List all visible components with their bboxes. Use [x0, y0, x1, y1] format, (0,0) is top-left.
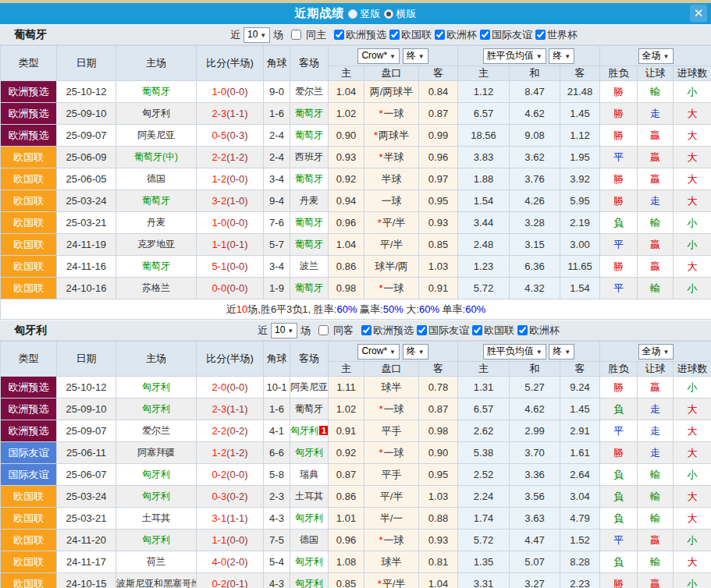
- corner-cell: 1-9: [264, 278, 290, 299]
- odds-stage-select[interactable]: 终▼: [403, 344, 428, 360]
- handicap-cell: *平/半: [364, 573, 419, 588]
- halftime-score: (1-1): [226, 512, 247, 524]
- col-header-date: 日期: [57, 342, 116, 377]
- competition-checkbox[interactable]: 世界杯: [535, 29, 578, 41]
- away-odds-cell: 0.87: [419, 398, 458, 420]
- fulltime-group-header: 全场▼: [600, 46, 711, 66]
- away-team-name: 匈牙利: [295, 447, 323, 458]
- fulltime-select[interactable]: 全场▼: [638, 48, 674, 64]
- match-date-cell: 25-06-09: [57, 147, 116, 168]
- same-venue-checkbox-input[interactable]: [291, 30, 301, 40]
- home-odds-cell: 0.94: [329, 190, 364, 212]
- avg-lose-cell: 1.45: [560, 103, 600, 125]
- handicap-cell: 半球: [364, 168, 419, 190]
- competition-checkbox[interactable]: 欧洲预选: [334, 29, 386, 41]
- team-title: 葡萄牙: [14, 28, 47, 42]
- competition-checkbox-input[interactable]: [517, 325, 528, 335]
- competition-checkbox-input[interactable]: [334, 30, 344, 40]
- goals-result-cell: 小: [674, 573, 711, 588]
- same-venue-checkbox[interactable]: 同主: [291, 28, 326, 42]
- home-odds-cell: 1.02: [329, 103, 364, 125]
- avg-lose-cell: 3.04: [560, 486, 600, 508]
- match-row: 欧洲预选25-09-07阿美尼亚0-5(0-3)2-4葡萄牙0.90*两球半0.…: [1, 125, 711, 147]
- same-venue-checkbox-input[interactable]: [318, 325, 329, 335]
- competition-checkbox-input[interactable]: [480, 30, 490, 40]
- subcol-avg-win: 主: [458, 362, 510, 377]
- avg-win-cell: 1.88: [458, 168, 510, 190]
- avg-select[interactable]: 胜平负均值▼: [483, 48, 546, 64]
- away-team-cell: 丹麦: [290, 190, 329, 212]
- subcol-home-odds: 主: [329, 66, 364, 81]
- same-venue-checkbox[interactable]: 同客: [318, 324, 354, 338]
- avg-stage-select[interactable]: 终▼: [549, 48, 574, 64]
- handicap-result-cell: 輸: [638, 486, 674, 508]
- corner-cell: 3-4: [264, 168, 290, 190]
- handicap-result-cell: 輸: [638, 508, 674, 530]
- chevron-down-icon: ▼: [389, 349, 396, 356]
- close-button[interactable]: ✕: [690, 5, 707, 22]
- home-team-cell: 德国: [116, 168, 197, 190]
- competition-checkbox[interactable]: 欧洲杯: [517, 324, 560, 336]
- score-cell: 5-1(0-0): [197, 256, 264, 278]
- avg-lose-cell: 1.52: [560, 530, 600, 551]
- competition-checkbox-input[interactable]: [389, 30, 400, 40]
- competition-checkbox[interactable]: 欧洲预选: [361, 324, 414, 336]
- handicap-cell: *一球: [364, 442, 419, 464]
- goals-result-cell: 小: [674, 530, 711, 551]
- result-cell: 負: [600, 398, 638, 420]
- away-team-cell: 匈牙利: [290, 551, 329, 573]
- col-header-home: 主场: [116, 342, 197, 377]
- recent-count-select[interactable]: 10▼: [271, 323, 297, 338]
- away-team-cell: 德国: [290, 530, 329, 551]
- fulltime-select[interactable]: 全场▼: [638, 344, 674, 360]
- competition-checkbox-input[interactable]: [417, 325, 427, 335]
- chevron-down-icon: ▼: [418, 349, 425, 356]
- bookmaker-select[interactable]: Crow*▼: [357, 48, 400, 64]
- home-team-cell: 匈牙利: [116, 398, 197, 420]
- result-cell: 勝: [600, 103, 638, 125]
- goals-result-cell: 小: [674, 81, 711, 103]
- layout-radio-vertical[interactable]: 竖版: [348, 7, 381, 21]
- avg-select[interactable]: 胜平负均值▼: [483, 344, 546, 360]
- avg-win-cell: 2.62: [458, 420, 510, 442]
- bookmaker-select[interactable]: Crow*▼: [357, 344, 400, 360]
- home-team-name: 苏格兰: [142, 282, 170, 293]
- goals-result-cell: 大: [674, 508, 711, 530]
- away-team-name: 匈牙利: [295, 578, 323, 588]
- avg-draw-cell: 5.07: [510, 551, 560, 573]
- competition-checkbox-input[interactable]: [472, 325, 482, 335]
- competition-checkbox[interactable]: 欧洲杯: [435, 29, 477, 41]
- competition-checkbox[interactable]: 国际友谊: [480, 29, 532, 41]
- competition-checkbox[interactable]: 欧国联: [472, 324, 514, 336]
- matches-label: 场: [273, 28, 283, 42]
- score-cell: 1-1(0-0): [197, 530, 264, 551]
- match-date-cell: 25-09-07: [57, 420, 116, 442]
- recent-count-select[interactable]: 10▼: [244, 27, 270, 43]
- away-team-cell: 波兰: [290, 256, 329, 278]
- competition-checkbox-input[interactable]: [435, 30, 445, 40]
- away-team-cell: 土耳其: [290, 486, 329, 508]
- avg-stage-select[interactable]: 终▼: [549, 344, 574, 360]
- fulltime-score: 4-0: [212, 556, 226, 568]
- corner-cell: 3-4: [264, 256, 290, 278]
- halftime-score: (1-0): [226, 195, 247, 207]
- home-odds-cell: 1.04: [329, 234, 364, 256]
- matches-table: 类型 日期 主场 比分(半场) 角球 客场 Crow*▼ 终▼ 胜平负均值▼ 终…: [0, 341, 711, 588]
- home-team-name: 克罗地亚: [137, 239, 175, 250]
- layout-radio-horizontal[interactable]: 横版: [384, 7, 417, 21]
- competition-checkbox-input[interactable]: [361, 325, 371, 335]
- competition-checkbox[interactable]: 国际友谊: [417, 324, 469, 336]
- result-cell: 勝: [600, 377, 638, 398]
- result-cell: 平: [600, 278, 638, 299]
- odds-stage-select[interactable]: 终▼: [403, 48, 428, 64]
- avg-draw-cell: 8.47: [510, 81, 560, 103]
- titlebar: 近期战绩 竖版 横版 ✕: [0, 3, 711, 24]
- competition-checkbox-input[interactable]: [535, 30, 546, 40]
- avg-group-header: 胜平负均值▼ 终▼: [458, 46, 600, 66]
- match-type-cell: 欧洲预选: [1, 81, 57, 103]
- match-date-cell: 24-11-20: [57, 530, 116, 551]
- competition-checkbox[interactable]: 欧国联: [389, 29, 432, 41]
- result-cell: 負: [600, 508, 638, 530]
- avg-win-cell: 3.44: [458, 212, 510, 234]
- match-type-cell: 欧国联: [1, 212, 57, 234]
